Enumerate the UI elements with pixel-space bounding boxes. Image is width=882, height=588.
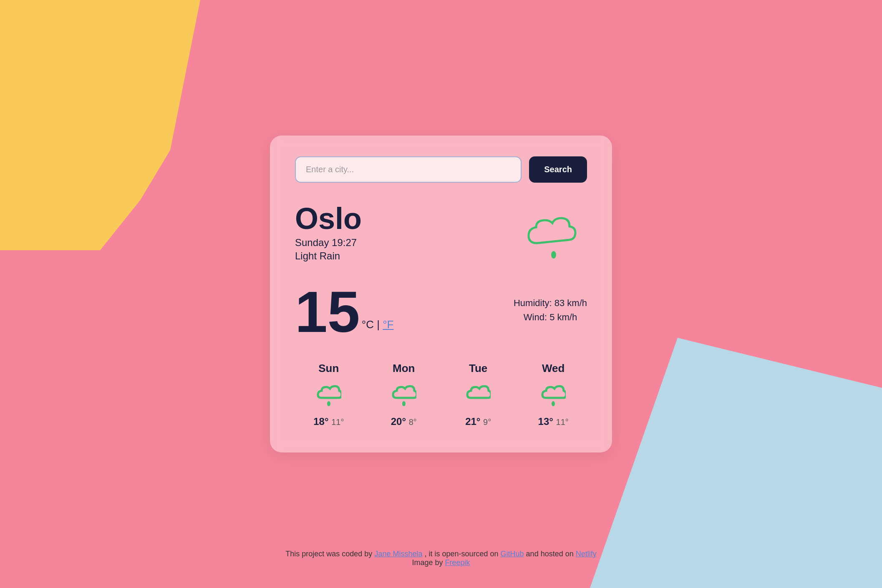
wind-detail: Wind: 5 km/h [514, 312, 587, 323]
forecast-icon-2 [464, 381, 493, 410]
footer-line-1: This project was coded by Jane Misshela … [0, 550, 882, 558]
footer-freepik-link[interactable]: Freepik [445, 558, 470, 567]
temperature-value: 15 [295, 283, 360, 341]
city-info-row: Oslo Sunday 19:27 Light Rain [295, 204, 587, 270]
weather-card: Search Oslo Sunday 19:27 Light Rain 15 °… [270, 136, 612, 452]
weather-details: Humidity: 83 km/h Wind: 5 km/h [514, 298, 587, 326]
forecast-day-wed: Wed 13° 11° [538, 362, 569, 427]
city-details: Oslo Sunday 19:27 Light Rain [295, 204, 362, 262]
footer-line-2: Image by Freepik [0, 558, 882, 567]
forecast-day-name-3: Wed [542, 362, 564, 375]
search-button[interactable]: Search [529, 156, 587, 183]
forecast-day-name-0: Sun [318, 362, 339, 375]
forecast-temps-3: 13° 11° [538, 416, 569, 427]
temp-separator: | [377, 318, 383, 331]
forecast-day-sun: Sun 18° 11° [313, 362, 344, 427]
footer-text-before: This project was coded by [285, 550, 374, 558]
forecast-row: Sun 18° 11° Mon 20° 8° [295, 362, 587, 427]
footer: This project was coded by Jane Misshela … [0, 550, 882, 567]
city-name: Oslo [295, 204, 362, 234]
forecast-day-tue: Tue 21° 9° [464, 362, 493, 427]
forecast-temps-1: 20° 8° [391, 416, 417, 427]
search-row: Search [295, 156, 587, 183]
temperature-display: 15 °C | °F [295, 283, 393, 341]
svg-point-2 [402, 401, 406, 406]
svg-point-3 [552, 401, 555, 406]
footer-netlify-link[interactable]: Netlify [576, 550, 597, 558]
forecast-day-name-1: Mon [393, 362, 415, 375]
search-input[interactable] [295, 156, 522, 183]
footer-author-link[interactable]: Jane Misshela [374, 550, 422, 558]
forecast-icon-1 [389, 381, 418, 410]
forecast-temps-0: 18° 11° [313, 416, 344, 427]
svg-point-1 [327, 401, 330, 406]
city-datetime: Sunday 19:27 [295, 237, 362, 249]
footer-text-after: and hosted on [526, 550, 576, 558]
city-condition: Light Rain [295, 250, 362, 262]
forecast-icon-3 [539, 381, 568, 410]
footer-image-text: Image by [412, 558, 445, 567]
forecast-day-name-2: Tue [469, 362, 487, 375]
temp-fahrenheit-toggle[interactable]: °F [383, 318, 393, 331]
temp-celsius: °C [362, 318, 374, 331]
svg-point-0 [551, 251, 556, 259]
temp-row: 15 °C | °F Humidity: 83 km/h Wind: 5 km/… [295, 283, 587, 341]
footer-github-link[interactable]: GitHub [501, 550, 524, 558]
forecast-icon-0 [314, 381, 343, 410]
footer-text-mid: , it is open-sourced on [424, 550, 500, 558]
temp-unit: °C | °F [362, 318, 394, 331]
current-weather-icon [520, 204, 587, 270]
humidity-detail: Humidity: 83 km/h [514, 298, 587, 309]
forecast-temps-2: 21° 9° [465, 416, 491, 427]
forecast-day-mon: Mon 20° 8° [389, 362, 418, 427]
